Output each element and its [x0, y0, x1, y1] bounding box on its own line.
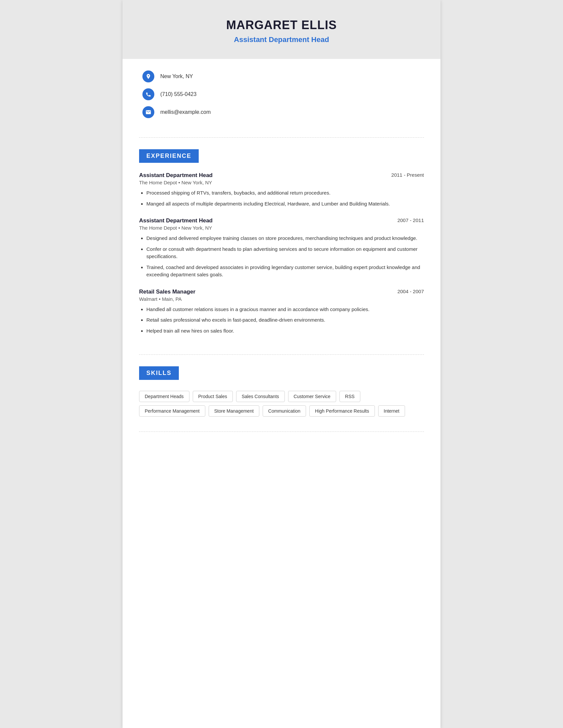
list-item: Processed shipping of RTVs, transfers, b…	[146, 189, 424, 197]
phone-icon	[142, 88, 154, 100]
resume-header: MARGARET ELLIS Assistant Department Head	[122, 0, 441, 59]
location-item: New York, NY	[142, 70, 421, 82]
exp-header-row-2: Assistant Department Head 2007 - 2011	[139, 217, 424, 224]
exp-bullets-1: Processed shipping of RTVs, transfers, b…	[139, 189, 424, 207]
skill-tag: RSS	[340, 391, 360, 402]
list-item: Confer or consult with department heads …	[146, 246, 424, 260]
skill-tag: Internet	[378, 405, 405, 417]
skill-tag: Product Sales	[193, 391, 233, 402]
list-item: Retail sales professional who excels in …	[146, 316, 424, 324]
exp-job-title-2: Assistant Department Head	[139, 217, 212, 224]
skill-tag: High Performance Results	[309, 405, 375, 417]
exp-company-2: The Home Depot • New York, NY	[139, 225, 424, 231]
skill-tag: Department Heads	[139, 391, 189, 402]
phone-text: (710) 555-0423	[160, 91, 196, 97]
skills-section-label: SKILLS	[139, 366, 179, 380]
list-item: Trained, coached and developed associate…	[146, 264, 424, 279]
candidate-name: MARGARET ELLIS	[136, 18, 427, 32]
divider-1	[139, 137, 424, 138]
skill-tag: Communication	[262, 405, 306, 417]
exp-dates-2: 2007 - 2011	[398, 217, 424, 223]
experience-section-label: EXPERIENCE	[139, 149, 199, 163]
location-text: New York, NY	[160, 73, 193, 79]
skill-tag: Customer Service	[288, 391, 336, 402]
exp-header-row-3: Retail Sales Manager 2004 - 2007	[139, 289, 424, 295]
divider-3	[139, 432, 424, 432]
exp-bullets-2: Designed and delivered employee training…	[139, 235, 424, 279]
candidate-title: Assistant Department Head	[136, 35, 427, 44]
experience-item-2: Assistant Department Head 2007 - 2011 Th…	[139, 217, 424, 279]
list-item: Designed and delivered employee training…	[146, 235, 424, 242]
email-item: mellis@example.com	[142, 106, 421, 118]
exp-header-row-1: Assistant Department Head 2011 - Present	[139, 172, 424, 179]
experience-item-3: Retail Sales Manager 2004 - 2007 Walmart…	[139, 289, 424, 335]
skill-tag: Store Management	[209, 405, 259, 417]
exp-dates-1: 2011 - Present	[392, 172, 424, 178]
exp-company-3: Walmart • Main, PA	[139, 296, 424, 302]
phone-item: (710) 555-0423	[142, 88, 421, 100]
divider-2	[139, 354, 424, 355]
experience-item-1: Assistant Department Head 2011 - Present…	[139, 172, 424, 207]
email-icon	[142, 106, 154, 118]
location-icon	[142, 70, 154, 82]
list-item: Manged all aspects of multiple departmen…	[146, 200, 424, 208]
experience-section: EXPERIENCE Assistant Department Head 201…	[122, 141, 441, 351]
skill-tag: Sales Consultants	[236, 391, 285, 402]
list-item: Helped train all new hires on sales floo…	[146, 327, 424, 335]
contact-section: New York, NY (710) 555-0423 mellis@examp…	[122, 59, 441, 134]
skills-section: SKILLS Department HeadsProduct SalesSale…	[122, 358, 441, 427]
skill-tag: Performance Management	[139, 405, 205, 417]
skills-tags-container: Department HeadsProduct SalesSales Consu…	[139, 391, 424, 417]
resume-container: MARGARET ELLIS Assistant Department Head…	[122, 0, 441, 728]
exp-bullets-3: Handled all customer relations issues in…	[139, 306, 424, 335]
exp-job-title-3: Retail Sales Manager	[139, 289, 195, 295]
email-text: mellis@example.com	[160, 109, 211, 115]
exp-dates-3: 2004 - 2007	[398, 289, 424, 294]
exp-company-1: The Home Depot • New York, NY	[139, 180, 424, 185]
exp-job-title-1: Assistant Department Head	[139, 172, 212, 179]
list-item: Handled all customer relations issues in…	[146, 306, 424, 313]
